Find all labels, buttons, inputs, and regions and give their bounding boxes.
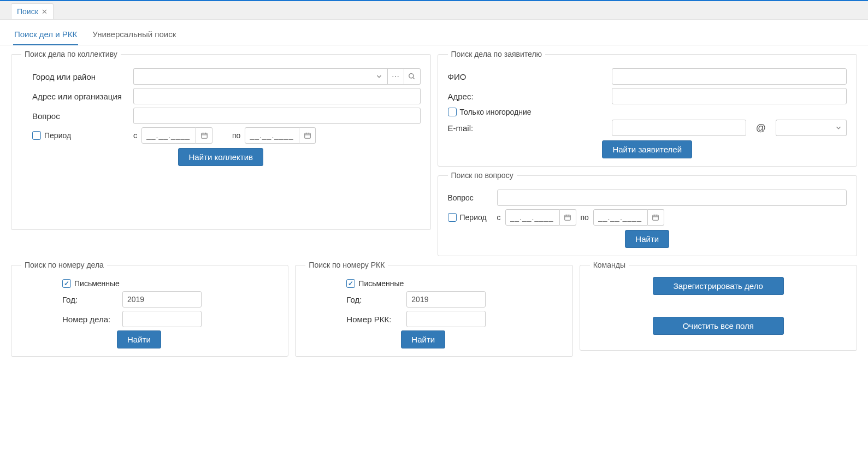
label-case-number: Номер дела:: [62, 315, 117, 324]
email-local-input[interactable]: [612, 120, 746, 136]
app-tabs: Поиск ✕: [0, 1, 868, 20]
calendar-icon[interactable]: [196, 127, 212, 144]
q-question-input[interactable]: [497, 190, 847, 206]
at-sign: @: [752, 122, 770, 134]
fieldset-commands: Команды Зарегистрировать дело Очистить в…: [580, 261, 857, 351]
legend-applicant: Поиск дела по заявителю: [448, 50, 546, 58]
label-q-to: по: [581, 213, 589, 222]
label-address: Адрес или организация: [32, 92, 128, 101]
year-input-case[interactable]: [122, 291, 202, 308]
register-case-button[interactable]: Зарегистрировать дело: [653, 277, 784, 295]
calendar-icon[interactable]: [648, 209, 664, 226]
sub-tabs: Поиск дел и РКК Универсальный поиск: [0, 20, 868, 45]
fieldset-collective-search: Поиск дела по коллективу Город или район…: [11, 50, 431, 230]
tab-label: Поиск: [17, 7, 38, 16]
ellipsis-icon[interactable]: ⋯: [388, 68, 404, 85]
find-question-button[interactable]: Найти: [625, 230, 669, 248]
date-to-input[interactable]: [245, 127, 299, 144]
rkk-number-input[interactable]: [406, 311, 486, 327]
legend-collective: Поиск дела по коллективу: [21, 50, 121, 58]
label-written-rkk: Письменные: [358, 279, 404, 288]
legend-question: Поиск по вопросу: [448, 171, 517, 180]
label-period: Период: [44, 131, 71, 140]
fieldset-question-search: Поиск по вопросу Вопрос Период с: [438, 171, 858, 256]
case-number-input[interactable]: [122, 311, 202, 327]
fieldset-applicant-search: Поиск дела по заявителю ФИО Адрес: Тольк…: [438, 50, 858, 167]
sub-tab-cases-rkk[interactable]: Поиск дел и РКК: [13, 26, 78, 45]
calendar-icon[interactable]: [560, 209, 576, 226]
written-checkbox-case[interactable]: [62, 279, 71, 288]
legend-case-number: Поиск по номеру дела: [21, 261, 107, 269]
city-input-group: ⋯: [133, 68, 421, 85]
svg-rect-10: [565, 215, 571, 220]
fieldset-rkk-number-search: Поиск по номеру РКК Письменные Год: Номе…: [295, 261, 572, 357]
date-from-input[interactable]: [141, 127, 196, 144]
calendar-icon[interactable]: [299, 127, 316, 144]
question-input[interactable]: [133, 108, 421, 124]
sub-tab-universal[interactable]: Универсальный поиск: [91, 26, 177, 45]
label-to: по: [232, 131, 240, 140]
label-from: с: [133, 131, 137, 140]
chevron-down-icon[interactable]: [830, 120, 847, 136]
label-q-from: с: [497, 213, 501, 222]
written-checkbox-rkk[interactable]: [346, 279, 355, 288]
tab-search[interactable]: Поиск ✕: [11, 3, 54, 19]
q-date-from-input[interactable]: [505, 209, 560, 226]
svg-rect-2: [201, 133, 207, 138]
search-icon[interactable]: [404, 68, 421, 85]
legend-commands: Команды: [590, 261, 629, 269]
label-q-period: Период: [460, 213, 487, 222]
find-rkk-button[interactable]: Найти: [401, 330, 445, 348]
label-year-rkk: Год:: [346, 295, 401, 304]
city-input[interactable]: [133, 68, 371, 85]
svg-point-0: [409, 74, 414, 78]
svg-rect-6: [305, 133, 311, 138]
label-written-case: Письменные: [74, 279, 120, 288]
address-input[interactable]: [133, 88, 421, 104]
find-applicants-button[interactable]: Найти заявителей: [602, 140, 692, 158]
legend-rkk-number: Поиск по номеру РКК: [305, 261, 388, 269]
label-rkk-number: Номер РКК:: [346, 315, 401, 324]
chevron-down-icon[interactable]: [371, 68, 388, 85]
label-email: E-mail:: [448, 123, 606, 133]
find-case-button[interactable]: Найти: [117, 330, 161, 348]
email-domain-input[interactable]: [776, 120, 830, 136]
label-nonresident: Только иногородние: [460, 108, 532, 116]
close-icon[interactable]: ✕: [42, 8, 48, 16]
label-q-question: Вопрос: [448, 193, 492, 202]
period-checkbox[interactable]: [32, 131, 41, 140]
label-year-case: Год:: [62, 295, 117, 304]
label-applicant-address: Адрес:: [448, 92, 606, 101]
label-city: Город или район: [32, 72, 128, 81]
find-collective-button[interactable]: Найти коллектив: [178, 148, 263, 166]
applicant-address-input[interactable]: [612, 88, 847, 104]
clear-all-button[interactable]: Очистить все поля: [653, 317, 784, 335]
label-question: Вопрос: [32, 111, 128, 121]
fieldset-case-number-search: Поиск по номеру дела Письменные Год: Ном…: [11, 261, 288, 357]
svg-line-1: [413, 78, 415, 79]
q-date-to-input[interactable]: [593, 209, 648, 226]
svg-rect-14: [653, 215, 659, 220]
nonresident-checkbox[interactable]: [448, 108, 457, 116]
label-fio: ФИО: [448, 72, 606, 81]
year-input-rkk[interactable]: [406, 291, 486, 308]
q-period-checkbox[interactable]: [448, 213, 457, 222]
fio-input[interactable]: [612, 68, 847, 85]
